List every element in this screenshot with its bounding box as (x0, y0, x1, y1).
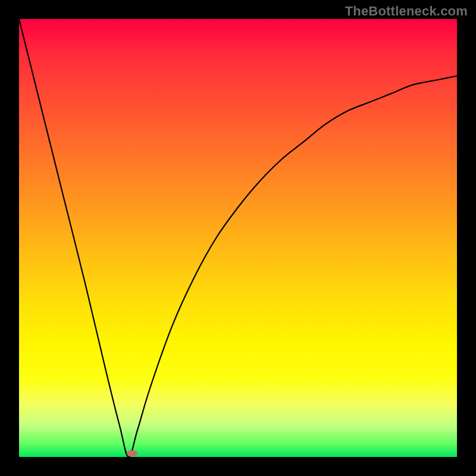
watermark-text: TheBottleneck.com (345, 4, 468, 19)
bottleneck-curve (19, 19, 457, 457)
chart-frame: TheBottleneck.com (0, 0, 476, 476)
optimal-point-marker (127, 450, 137, 456)
plot-area (19, 19, 457, 457)
